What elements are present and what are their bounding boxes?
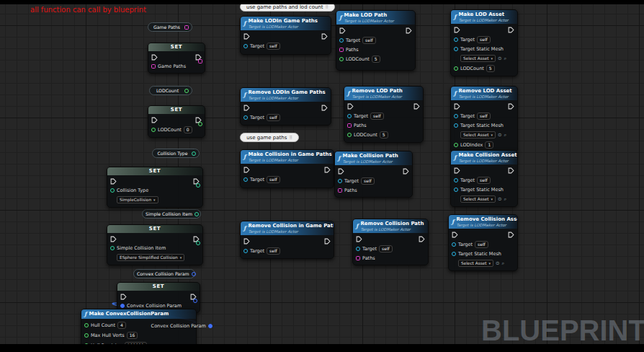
pin-value-box[interactable]: self <box>267 247 280 255</box>
variable-get-game-paths[interactable]: Game Paths <box>148 22 192 32</box>
variable-get-collision-type[interactable]: Collision Type <box>152 149 200 158</box>
enum-pin[interactable] <box>192 151 196 156</box>
exec-pin-in[interactable] <box>243 105 250 111</box>
exec-pin-in[interactable] <box>454 103 460 110</box>
node-remove-lod-asset[interactable]: ƒRemove LOD AssetTarget is LODMaker Acto… <box>450 86 518 153</box>
pin-value-box[interactable]: self <box>361 177 375 185</box>
exec-pin-out[interactable] <box>508 103 514 110</box>
enum-pin[interactable] <box>110 188 115 193</box>
exec-pin-out[interactable] <box>406 27 412 34</box>
pin-value-box[interactable]: self <box>475 241 488 248</box>
node-remove-collision-in-game-paths[interactable]: ƒRemove Collision in Game PathsTarget is… <box>240 221 334 259</box>
node-make-lod-asset[interactable]: ƒMake LOD AssetTarget is LODMaker ActorT… <box>450 9 518 76</box>
asset-browse-icon[interactable]: ⌕ <box>504 133 507 138</box>
object-pin[interactable] <box>243 44 248 48</box>
exec-pin-in[interactable] <box>120 294 127 300</box>
asset-use-icon[interactable]: ⊙ <box>498 197 501 202</box>
struct-pin[interactable] <box>208 324 213 328</box>
exec-pin-in[interactable] <box>243 167 250 173</box>
node-remove-lod-path[interactable]: ƒRemove LOD PathTarget is LODMaker Actor… <box>344 86 424 143</box>
string-pin[interactable] <box>184 25 189 30</box>
variable-get-lodcount[interactable]: LODCount <box>149 86 192 95</box>
exec-pin-out[interactable] <box>324 167 331 173</box>
exec-pin-in[interactable] <box>454 167 460 174</box>
exec-pin-out[interactable] <box>508 232 514 238</box>
enum-pin[interactable] <box>196 241 200 245</box>
enum-pin[interactable] <box>110 246 115 250</box>
exec-pin-out[interactable] <box>403 168 409 175</box>
pin-value-box[interactable]: 4 <box>117 322 126 329</box>
asset-browse-icon[interactable]: ⌕ <box>502 261 505 266</box>
exec-pin-out[interactable] <box>324 238 331 245</box>
int-pin[interactable] <box>84 333 89 338</box>
variable-get-simple-collision-item[interactable]: Simple Collision Item <box>142 209 201 219</box>
pin-value-box[interactable]: 5 <box>486 65 495 72</box>
int-pin[interactable] <box>84 323 89 327</box>
node-set-lodcount[interactable]: SETLODCount0 <box>148 105 205 138</box>
comment-handle-icon[interactable]: ⠿ <box>326 5 328 9</box>
exec-pin-in[interactable] <box>347 103 354 110</box>
exec-pin-in[interactable] <box>338 168 344 175</box>
asset-use-icon[interactable]: ⊙ <box>498 56 501 61</box>
int-pin[interactable] <box>151 128 156 132</box>
string-pin[interactable] <box>356 256 360 260</box>
pin-value-box[interactable]: self <box>477 36 491 43</box>
variable-get-convex-collision-param[interactable]: Convex Collision Param <box>133 269 195 278</box>
node-make-collision-path[interactable]: ƒMake Collision PathTarget is LODMaker A… <box>334 151 413 198</box>
node-remove-lodin-game-paths[interactable]: ƒRemove LODIn Game PathsTarget is LODMak… <box>240 87 331 126</box>
pin-value-box[interactable]: self <box>477 177 491 184</box>
object-pin[interactable] <box>338 179 342 183</box>
exec-pin-in[interactable] <box>356 236 362 242</box>
string-pin[interactable] <box>339 48 344 52</box>
node-make-lod-path[interactable]: ƒMake LOD PathTarget is LODMaker ActorTa… <box>336 10 416 71</box>
pin-value-box[interactable]: 0 <box>184 126 192 133</box>
exec-pin-in[interactable] <box>151 117 158 123</box>
int-pin[interactable] <box>347 133 352 137</box>
node-remove-collision-path[interactable]: ƒRemove Collision PathTarget is LODMaker… <box>352 219 429 265</box>
asset-use-icon[interactable]: ⊙ <box>498 133 501 138</box>
node-set-game-paths[interactable]: SETGame Paths <box>148 43 205 74</box>
pin-value-box[interactable]: 16 <box>127 332 138 339</box>
node-remove-collision-asset[interactable]: ƒRemove Collision AssetTarget is LODMake… <box>448 214 518 271</box>
asset-use-icon[interactable]: ⊙ <box>496 261 499 266</box>
pin-value-box[interactable]: 5 <box>380 131 388 138</box>
dropdown[interactable]: ESphere Simplified Collision▾ <box>117 254 184 261</box>
node-make-collision-in-game-paths[interactable]: ƒMake Collision in Game PathsTarget is L… <box>240 149 334 188</box>
exec-pin-in[interactable] <box>110 178 117 185</box>
object-pin[interactable] <box>452 242 456 247</box>
string-pin[interactable] <box>338 188 342 193</box>
exec-pin-out[interactable] <box>508 27 514 33</box>
int-pin[interactable] <box>198 122 202 126</box>
struct-pin[interactable] <box>192 272 196 276</box>
struct-pin[interactable] <box>120 304 125 308</box>
pin-value-box[interactable]: 5 <box>372 56 380 63</box>
node-make-collision-asset[interactable]: ƒMake Collision AssetTarget is LODMaker … <box>450 150 518 207</box>
object-pin[interactable] <box>454 188 458 192</box>
int-pin[interactable] <box>454 143 458 147</box>
object-pin[interactable] <box>454 47 458 51</box>
object-pin[interactable] <box>454 38 458 42</box>
exec-pin-in[interactable] <box>243 33 250 40</box>
dropdown[interactable]: Select Asset▾ <box>460 55 496 62</box>
pin-value-box[interactable]: self <box>362 37 376 44</box>
pin-value-box[interactable]: self <box>477 113 491 120</box>
object-pin[interactable] <box>454 178 458 182</box>
object-pin[interactable] <box>243 115 248 120</box>
enum-pin[interactable] <box>196 183 200 188</box>
exec-pin-in[interactable] <box>243 238 250 245</box>
asset-browse-icon[interactable]: ⌕ <box>504 197 507 202</box>
exec-pin-out[interactable] <box>419 236 425 242</box>
pin-value-box[interactable]: self <box>267 43 280 50</box>
pin-value-box[interactable]: self <box>379 245 393 252</box>
object-pin[interactable] <box>339 38 344 43</box>
object-pin[interactable] <box>454 114 458 118</box>
pin-value-box[interactable]: self <box>370 113 384 120</box>
int-pin[interactable] <box>454 66 458 71</box>
dropdown[interactable]: Select Asset▾ <box>460 131 496 138</box>
enum-pin[interactable] <box>194 212 199 216</box>
node-set-simple-collision-item[interactable]: SETSimple Collision ItemESphere Simplifi… <box>107 224 203 265</box>
pin-value-box[interactable]: self <box>267 114 280 121</box>
struct-pin[interactable] <box>193 299 197 303</box>
node-set-collision-type[interactable]: SETCollision TypeSimpleCollision▾ <box>107 167 203 208</box>
exec-pin-out[interactable] <box>321 105 328 111</box>
